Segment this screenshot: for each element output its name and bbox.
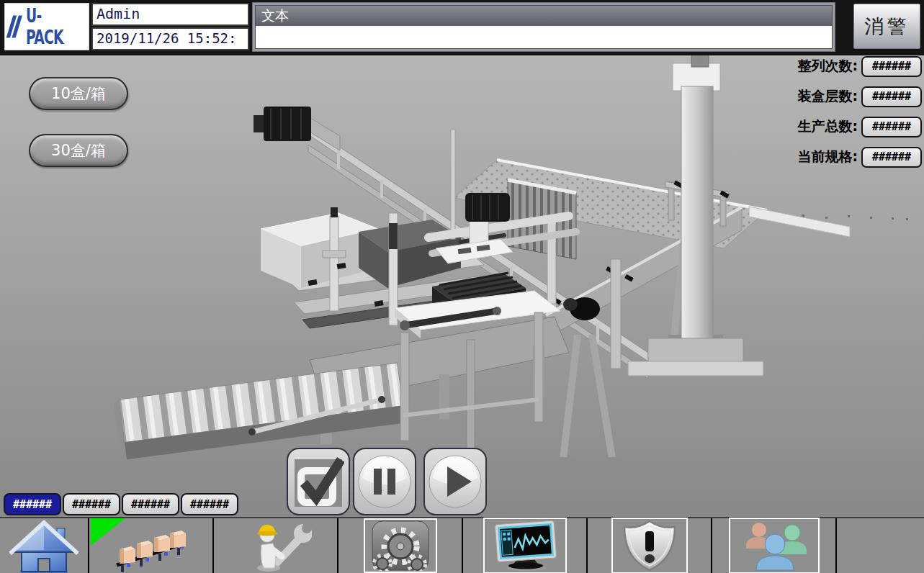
home-icon (4, 518, 84, 573)
top-bar: U-PACK Admin 2019/11/26 15:52: 文本 消警 (0, 0, 924, 55)
message-panel-body (255, 26, 833, 49)
brand-logo: U-PACK (4, 3, 89, 50)
pause-button[interactable] (353, 448, 416, 515)
bottom-nav (0, 517, 924, 573)
nav-empty-space (837, 518, 924, 573)
nav-production-run-button[interactable] (89, 518, 214, 573)
datetime-field[interactable]: 2019/11/26 15:52: (91, 27, 249, 50)
stat-row-array-count: 整列次数: ###### (797, 55, 922, 77)
nav-alarm-log-button[interactable] (588, 518, 712, 573)
stat-value: ###### (861, 86, 922, 107)
icon-plate (364, 518, 437, 573)
counter-field-3[interactable]: ###### (122, 493, 179, 515)
stat-label: 生产总数: (797, 117, 858, 136)
stat-label: 整列次数: (797, 57, 858, 76)
stat-row-current-spec: 当前规格: ###### (797, 146, 922, 168)
nav-users-button[interactable] (712, 518, 837, 573)
play-icon (427, 454, 483, 510)
nav-home-button[interactable] (0, 518, 89, 573)
user-field[interactable]: Admin (91, 3, 249, 26)
icon-plate (729, 518, 820, 573)
counter-field-2[interactable]: ###### (63, 493, 120, 515)
counter-field-1[interactable]: ###### (4, 493, 61, 515)
users-icon (735, 520, 814, 572)
nav-settings-button[interactable] (338, 518, 463, 573)
stat-label: 装盒层数: (797, 87, 858, 106)
nav-diagnostics-button[interactable] (463, 518, 588, 573)
stat-row-total-production: 生产总数: ###### (797, 116, 922, 137)
stat-value: ###### (861, 117, 922, 137)
logo-text: U-PACK (26, 5, 71, 48)
message-panel: 文本 (252, 2, 835, 52)
settings-gears-icon (369, 520, 431, 571)
main-view: 10盒/箱 30盒/箱 整列次数: ###### 装盒层数: ###### 生产… (0, 55, 924, 517)
stat-value: ###### (861, 56, 922, 77)
green-flag-icon (91, 518, 127, 547)
logo-slashes-icon (5, 12, 24, 41)
pause-icon (356, 454, 413, 510)
stat-label: 当前规格: (797, 148, 858, 166)
clear-alarm-button[interactable]: 消警 (853, 4, 920, 49)
checkbox-confirm-icon (292, 455, 344, 508)
counter-field-4[interactable]: ###### (181, 493, 238, 515)
monitor-diagnostics-icon (489, 520, 561, 572)
stat-row-box-layers: 装盒层数: ###### (797, 86, 922, 107)
maintenance-wrench-icon (240, 518, 312, 573)
icon-plate (611, 518, 688, 573)
spec-30-per-case-button[interactable]: 30盒/箱 (29, 134, 128, 167)
spec-10-per-case-button[interactable]: 10盒/箱 (29, 77, 128, 110)
message-panel-header: 文本 (255, 5, 833, 26)
icon-plate (483, 518, 567, 573)
stat-value: ###### (861, 147, 922, 168)
start-button[interactable] (423, 448, 487, 515)
hmi-screen: U-PACK Admin 2019/11/26 15:52: 文本 消警 (0, 0, 924, 573)
nav-maintenance-button[interactable] (214, 518, 338, 573)
alarm-shield-icon (617, 520, 682, 572)
confirm-button[interactable] (287, 448, 350, 515)
